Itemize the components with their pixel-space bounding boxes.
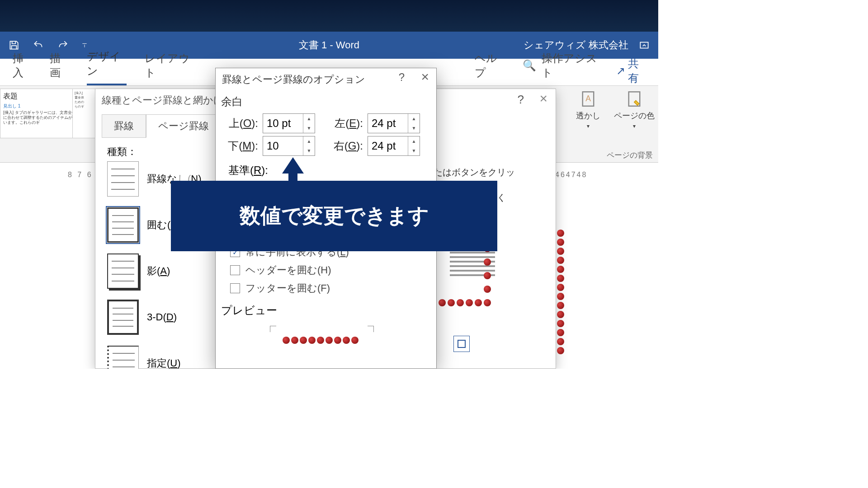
opt-3d[interactable]: 3-D(D) [107, 300, 202, 335]
margin-right-input[interactable] [368, 136, 408, 155]
tell-me[interactable]: 🔍 操作アシスト [523, 51, 598, 85]
crop-mark-icon [270, 326, 276, 332]
spin-down-icon[interactable]: ▼ [303, 146, 315, 155]
redo-icon[interactable] [57, 39, 69, 51]
spin-down-icon[interactable]: ▼ [408, 146, 420, 155]
parent-tabs: 罫線 ページ罫線 [102, 114, 221, 138]
crop-mark-icon [368, 326, 374, 332]
page-color-label: ページの色 [614, 110, 655, 121]
margin-bottom-spinner[interactable]: ▲▼ [263, 136, 315, 156]
annotation-arrow-icon [282, 157, 304, 174]
margin-bottom-label: 下(M): [226, 139, 258, 153]
margin-left-input[interactable] [368, 114, 408, 133]
parent-dialog-close[interactable]: × [539, 91, 547, 106]
type-label: 種類： [107, 145, 137, 159]
opt-custom[interactable]: 指定(U) [107, 346, 202, 369]
opt-shadow[interactable]: 影(A) [107, 253, 202, 289]
ribbon-options-icon[interactable] [638, 39, 650, 51]
save-icon[interactable] [8, 39, 20, 51]
video-letterbox-top [0, 0, 658, 32]
tab-page-borders[interactable]: ページ罫線 [146, 114, 221, 138]
svg-text:A: A [585, 94, 591, 103]
tab-layout[interactable]: レイアウト [145, 51, 194, 85]
account-name[interactable]: シェアウィズ 株式会社 [524, 38, 628, 52]
opt-shadow-thumb [107, 253, 139, 289]
margin-top-spinner[interactable]: ▲▼ [263, 113, 315, 133]
margin-left-label: 左(E): [331, 116, 363, 131]
spin-up-icon[interactable]: ▲ [408, 136, 420, 146]
share-icon: ↗ [616, 65, 625, 77]
margin-top-label: 上(O): [226, 116, 258, 131]
tab-design[interactable]: デザイン [87, 49, 127, 85]
options-preview [270, 326, 374, 362]
gallery-side-text: [挿入] 書全体 ための らのギ [75, 91, 94, 109]
page-color-button[interactable]: ページの色 ▾ [614, 89, 655, 129]
spin-up-icon[interactable]: ▲ [408, 114, 420, 123]
measure-from-label: 基準(R): [228, 163, 268, 178]
margin-right-spinner[interactable]: ▲▼ [368, 136, 420, 156]
share-label: 共有 [628, 56, 646, 85]
cb-surround-footer-label: フッターを囲む(F) [245, 282, 330, 295]
page-color-icon [625, 89, 644, 108]
checkbox-icon [230, 265, 240, 275]
ribbon-group-label: ページの背景 [607, 150, 653, 160]
page-art-border-right [557, 230, 564, 356]
theme-gallery-item-2[interactable]: [挿入] 書全体 ための らのギ [72, 89, 97, 138]
tell-me-label: 操作アシスト [542, 51, 598, 80]
tab-borders[interactable]: 罫線 [102, 114, 146, 138]
opt-box-thumb [107, 207, 139, 243]
tab-draw[interactable]: 描画 [50, 51, 69, 85]
opt-none-thumb [107, 161, 139, 197]
watermark-label: 透かし [576, 110, 600, 121]
options-dialog-close[interactable]: × [421, 69, 429, 84]
margin-left-spinner[interactable]: ▲▼ [368, 113, 420, 133]
spin-up-icon[interactable]: ▲ [303, 114, 315, 123]
search-icon: 🔍 [523, 59, 536, 72]
margin-bottom-input[interactable] [263, 136, 303, 155]
opt-3d-thumb [107, 300, 139, 335]
undo-icon[interactable] [33, 39, 44, 51]
options-button-icon[interactable] [453, 336, 470, 352]
tab-insert[interactable]: 挿入 [13, 51, 32, 85]
options-dialog-help[interactable]: ? [399, 71, 405, 84]
preview-label: プレビュー [221, 303, 277, 318]
watermark-button[interactable]: A 透かし ▾ [576, 89, 600, 129]
ruler-left: 8 7 6 [68, 171, 93, 179]
cb-surround-footer[interactable]: フッターを囲む(F) [230, 282, 330, 295]
document-title: 文書 1 - Word [299, 38, 359, 52]
spin-up-icon[interactable]: ▲ [303, 136, 315, 146]
checkbox-icon [230, 283, 240, 293]
opt-custom-thumb [107, 346, 139, 369]
cb-surround-header-label: ヘッダーを囲む(H) [245, 263, 331, 277]
chevron-down-icon: ▾ [587, 123, 590, 129]
margin-section-label: 余白 [221, 94, 243, 109]
chevron-down-icon: ▾ [633, 123, 636, 129]
margin-right-label: 右(G): [331, 139, 363, 153]
parent-dialog-help[interactable]: ? [518, 93, 524, 107]
share-button[interactable]: ↗ 共有 [616, 56, 646, 85]
spin-down-icon[interactable]: ▼ [303, 123, 315, 133]
tab-help[interactable]: ヘルプ [475, 51, 505, 85]
ruler-right: 464748 [555, 171, 587, 179]
tutorial-annotation: 数値で変更できます [171, 181, 497, 251]
margin-top-input[interactable] [263, 114, 303, 133]
spin-down-icon[interactable]: ▼ [408, 123, 420, 133]
watermark-icon: A [579, 89, 598, 108]
options-dialog-title: 罫線とページ罫線のオプション [222, 73, 365, 86]
cb-surround-header[interactable]: ヘッダーを囲む(H) [230, 263, 331, 277]
annotation-text: 数値で変更できます [240, 202, 429, 230]
